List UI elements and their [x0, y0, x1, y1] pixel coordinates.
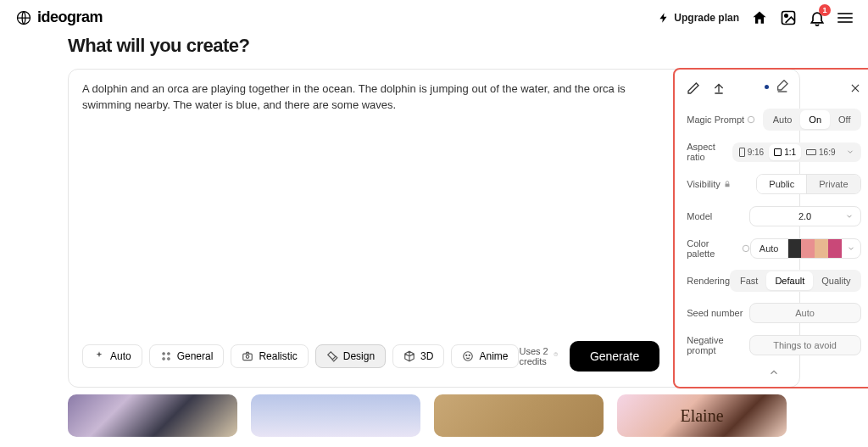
style-3d[interactable]: 3D	[392, 344, 444, 368]
palette-label: Color palette	[687, 238, 750, 259]
prompt-tools	[765, 80, 789, 93]
page-title: What will you create?	[68, 35, 800, 57]
style-design[interactable]: Design	[315, 344, 386, 368]
row-visibility: Visibility Public Private	[687, 173, 860, 195]
render-quality[interactable]: Quality	[813, 271, 859, 290]
close-icon[interactable]	[849, 82, 861, 94]
swatch	[828, 239, 842, 258]
svg-point-15	[743, 245, 748, 251]
row-magic-prompt: Magic Prompt Auto On Off	[687, 109, 860, 131]
eraser-icon[interactable]	[776, 80, 789, 93]
help-icon[interactable]	[742, 244, 750, 253]
render-default[interactable]: Default	[766, 271, 813, 290]
palette-swatches	[788, 239, 842, 258]
magic-prompt-label: Magic Prompt	[687, 115, 755, 125]
grid-icon	[160, 350, 172, 362]
logo-text: ideogram	[37, 8, 103, 26]
chevron-down-icon	[842, 244, 860, 253]
generate-side: Uses 2 credits Generate	[519, 341, 659, 372]
help-icon[interactable]	[554, 352, 558, 360]
swatch	[788, 239, 802, 258]
swatch	[801, 239, 815, 258]
settings-panel: Magic Prompt Auto On Off Aspect ratio 9:…	[673, 68, 868, 388]
chevron-up-icon[interactable]	[768, 366, 780, 378]
style-auto[interactable]: Auto	[82, 344, 142, 368]
bottom-bar: Auto General Realistic Design	[82, 332, 659, 375]
aspect-label: Aspect ratio	[687, 142, 732, 162]
rendering-segment: Fast Default Quality	[730, 270, 861, 292]
seed-input[interactable]	[749, 303, 861, 323]
style-chips: Auto General Realistic Design	[82, 344, 519, 368]
logo-mark-icon	[15, 9, 32, 26]
model-label: Model	[687, 211, 712, 221]
svg-point-8	[247, 355, 250, 359]
style-general[interactable]: General	[149, 344, 225, 368]
edit-icon[interactable]	[687, 81, 700, 95]
pen-nib-icon	[326, 350, 338, 362]
palette-select[interactable]: Auto	[750, 238, 861, 259]
svg-point-13	[748, 116, 754, 123]
svg-point-10	[466, 355, 467, 355]
style-anime[interactable]: Anime	[451, 344, 519, 368]
image-icon[interactable]	[780, 9, 797, 26]
menu-icon[interactable]	[837, 13, 853, 23]
aspect-16-9[interactable]: 16:9	[801, 144, 840, 160]
model-dropdown[interactable]: 2.0	[749, 206, 861, 226]
prompt-column: A dolphin and an orca are playing togeth…	[69, 70, 673, 387]
magic-prompt-segment: Auto On Off	[763, 109, 861, 131]
cube-icon	[403, 350, 415, 362]
logo[interactable]: ideogram	[15, 8, 103, 26]
visibility-private[interactable]: Private	[806, 175, 860, 193]
topbar-right: Upgrade plan 1	[658, 9, 853, 26]
svg-point-5	[163, 358, 164, 360]
upgrade-plan-link[interactable]: Upgrade plan	[658, 12, 739, 24]
gallery-thumb[interactable]	[434, 394, 604, 437]
chevron-down-icon[interactable]	[841, 148, 860, 156]
create-card: A dolphin and an orca are playing togeth…	[68, 69, 800, 388]
generate-button[interactable]: Generate	[570, 341, 659, 372]
swatch	[815, 239, 828, 258]
svg-point-2	[785, 14, 787, 16]
svg-rect-14	[725, 184, 729, 187]
help-icon[interactable]	[747, 115, 755, 124]
seed-label: Seed number	[687, 308, 743, 318]
magic-on[interactable]: On	[800, 110, 830, 129]
negative-prompt-input[interactable]	[749, 335, 861, 355]
row-palette: Color palette Auto	[687, 237, 860, 260]
visibility-public[interactable]: Public	[757, 175, 806, 193]
status-dot-icon	[765, 85, 769, 89]
home-icon[interactable]	[751, 9, 768, 26]
visibility-label: Visibility	[687, 179, 732, 189]
row-aspect: Aspect ratio 9:16 1:1 16:9	[687, 141, 860, 163]
main: What will you create? A dolphin and an o…	[0, 35, 868, 388]
gallery	[0, 388, 868, 437]
bolt-icon	[658, 12, 670, 24]
gallery-thumb[interactable]	[68, 394, 237, 437]
gallery-thumb[interactable]	[617, 394, 787, 437]
visibility-segment: Public Private	[756, 174, 860, 194]
upload-icon[interactable]	[712, 81, 726, 95]
render-fast[interactable]: Fast	[732, 271, 766, 290]
lock-icon	[723, 180, 732, 188]
prompt-input[interactable]: A dolphin and an orca are playing togeth…	[82, 81, 659, 332]
face-icon	[462, 350, 474, 362]
topbar: ideogram Upgrade plan 1	[0, 0, 868, 35]
notifications-icon[interactable]: 1	[809, 9, 826, 26]
collapse-row	[687, 366, 860, 378]
upgrade-label: Upgrade plan	[674, 12, 739, 24]
aspect-9-16[interactable]: 9:16	[734, 144, 769, 160]
magic-off[interactable]: Off	[830, 110, 859, 129]
row-model: Model 2.0	[687, 205, 860, 227]
aspect-1-1[interactable]: 1:1	[769, 144, 801, 160]
svg-point-11	[470, 355, 470, 355]
gallery-thumb[interactable]	[251, 394, 420, 437]
notification-badge: 1	[819, 4, 831, 16]
credits-text: Uses 2 credits	[519, 346, 557, 366]
svg-point-3	[163, 353, 164, 355]
chevron-down-icon	[845, 212, 854, 221]
style-realistic[interactable]: Realistic	[231, 344, 308, 368]
sparkle-icon	[93, 350, 105, 362]
svg-point-6	[167, 358, 169, 360]
svg-point-4	[167, 353, 169, 355]
magic-auto[interactable]: Auto	[765, 110, 801, 129]
